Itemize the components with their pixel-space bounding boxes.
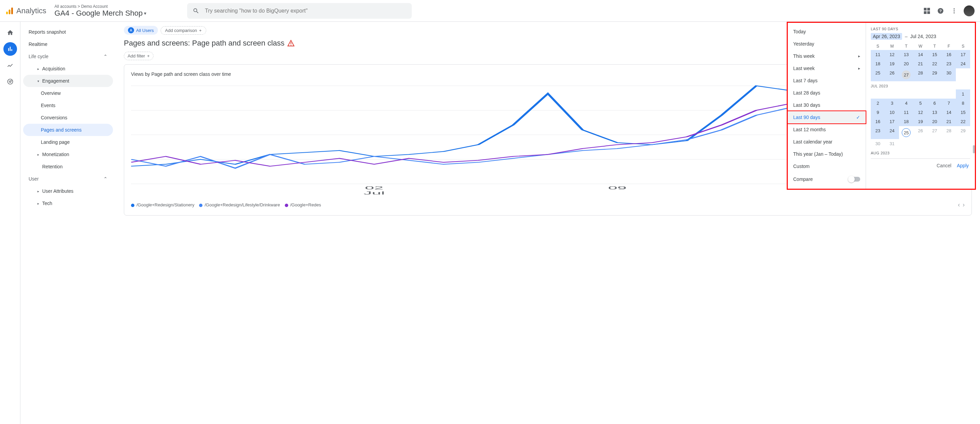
cal-day[interactable]: 28 bbox=[942, 126, 956, 139]
cal-day[interactable]: 22 bbox=[956, 117, 970, 126]
cal-day[interactable]: 18 bbox=[899, 117, 913, 126]
range-end[interactable]: Jul 24, 2023 bbox=[910, 34, 936, 39]
sidebar-retention[interactable]: ▸Retention bbox=[23, 160, 113, 173]
cal-day[interactable]: 22 bbox=[928, 59, 942, 68]
range-start[interactable]: Apr 26, 2023 bbox=[871, 33, 902, 40]
cal-day[interactable]: 24 bbox=[956, 59, 970, 68]
preset-last-cal-year[interactable]: Last calendar year bbox=[788, 136, 865, 148]
preset-today[interactable]: Today bbox=[788, 25, 865, 38]
cal-day[interactable]: 12 bbox=[885, 50, 899, 59]
cal-day[interactable]: 3 bbox=[885, 98, 899, 108]
cal-day[interactable]: 30 bbox=[942, 68, 956, 81]
cal-day[interactable]: 21 bbox=[913, 59, 928, 68]
apply-button[interactable]: Apply bbox=[957, 163, 969, 168]
cal-day[interactable]: 15 bbox=[956, 108, 970, 117]
cal-day[interactable]: 11 bbox=[871, 50, 885, 59]
search-input[interactable] bbox=[205, 8, 406, 14]
cal-day[interactable]: 31 bbox=[885, 139, 899, 148]
cal-day[interactable]: 14 bbox=[942, 108, 956, 117]
rail-advertising[interactable] bbox=[3, 75, 17, 88]
sidebar-user-attrs[interactable]: ▸User Attributes bbox=[23, 185, 113, 197]
more-icon[interactable] bbox=[950, 7, 958, 15]
rail-home[interactable] bbox=[3, 26, 17, 40]
logo[interactable]: Analytics bbox=[5, 6, 46, 15]
chip-add-comparison[interactable]: Add comparison+ bbox=[161, 26, 206, 35]
cal-day[interactable]: 27 bbox=[899, 68, 913, 81]
preset-last-12m[interactable]: Last 12 months bbox=[788, 124, 865, 136]
chip-all-users[interactable]: AAll Users bbox=[124, 26, 158, 35]
avatar[interactable] bbox=[964, 5, 975, 16]
cal-day[interactable]: 19 bbox=[885, 59, 899, 68]
cal-day[interactable]: 15 bbox=[928, 50, 942, 59]
cal-day[interactable]: 26 bbox=[913, 126, 928, 139]
cal-day[interactable]: 17 bbox=[885, 117, 899, 126]
cal-day[interactable]: 8 bbox=[956, 98, 970, 108]
cal-day[interactable]: 4 bbox=[899, 98, 913, 108]
cal-day[interactable]: 27 bbox=[928, 126, 942, 139]
cal-day[interactable]: 20 bbox=[899, 59, 913, 68]
cal-day[interactable]: 30 bbox=[871, 139, 885, 148]
sidebar-user[interactable]: User⌃ bbox=[23, 173, 113, 185]
rail-explore[interactable] bbox=[3, 59, 17, 72]
add-filter-button[interactable]: Add filter+ bbox=[124, 52, 153, 60]
cal-day[interactable]: 5 bbox=[913, 98, 928, 108]
sidebar-reports-snapshot[interactable]: Reports snapshot bbox=[23, 26, 113, 38]
scrollbar-thumb[interactable] bbox=[973, 145, 975, 153]
cal-day-today[interactable]: 25 bbox=[899, 126, 913, 139]
preset-last-28[interactable]: Last 28 days bbox=[788, 87, 865, 99]
cal-day[interactable]: 21 bbox=[942, 117, 956, 126]
sidebar-monetization[interactable]: ▸Monetization bbox=[23, 148, 113, 160]
account-selector[interactable]: All accounts > Demo Account GA4 - Google… bbox=[54, 4, 146, 17]
sidebar-events[interactable]: Events bbox=[23, 99, 113, 111]
cal-day[interactable]: 14 bbox=[913, 50, 928, 59]
sidebar-conversions[interactable]: Conversions bbox=[23, 111, 113, 124]
cal-day[interactable]: 13 bbox=[899, 50, 913, 59]
cal-day[interactable]: 25 bbox=[871, 68, 885, 81]
cal-day[interactable]: 9 bbox=[871, 108, 885, 117]
cal-day[interactable]: 16 bbox=[871, 117, 885, 126]
legend-next[interactable]: › bbox=[963, 201, 965, 208]
cal-day[interactable]: 26 bbox=[885, 68, 899, 81]
cal-day[interactable]: 24 bbox=[885, 126, 899, 139]
sidebar-acquisition[interactable]: ▸Acquisition bbox=[23, 63, 113, 75]
cal-day[interactable]: 12 bbox=[913, 108, 928, 117]
cal-day[interactable]: 29 bbox=[928, 68, 942, 81]
cal-day[interactable]: 2 bbox=[871, 98, 885, 108]
sidebar-lifecycle[interactable]: Life cycle⌃ bbox=[23, 50, 113, 63]
cancel-button[interactable]: Cancel bbox=[937, 163, 951, 168]
legend-item[interactable]: /Google+Redes bbox=[285, 202, 321, 207]
cal-day[interactable]: 28 bbox=[913, 68, 928, 81]
cal-day[interactable]: 6 bbox=[928, 98, 942, 108]
compare-toggle[interactable] bbox=[848, 177, 860, 181]
cal-day[interactable]: 13 bbox=[928, 108, 942, 117]
preset-last-90[interactable]: Last 90 days✓ bbox=[787, 111, 866, 124]
cal-day[interactable]: 17 bbox=[956, 50, 970, 59]
sidebar-pages-screens[interactable]: Pages and screens bbox=[23, 124, 113, 136]
search-box[interactable] bbox=[187, 3, 412, 19]
sidebar-overview[interactable]: Overview bbox=[23, 87, 113, 99]
cal-day[interactable]: 23 bbox=[942, 59, 956, 68]
sidebar-landing[interactable]: Landing page bbox=[23, 136, 113, 148]
cal-day[interactable]: 29 bbox=[956, 126, 970, 139]
help-icon[interactable]: ? bbox=[937, 7, 945, 15]
sidebar-tech[interactable]: ▸Tech bbox=[23, 197, 113, 210]
preset-this-year[interactable]: This year (Jan – Today) bbox=[788, 148, 865, 160]
cal-day[interactable]: 10 bbox=[885, 108, 899, 117]
legend-item[interactable]: /Google+Redesign/Stationery bbox=[131, 202, 194, 207]
preset-custom[interactable]: Custom bbox=[788, 160, 865, 172]
preset-this-week[interactable]: This week▸ bbox=[788, 50, 865, 62]
apps-icon[interactable] bbox=[923, 7, 931, 15]
cal-day[interactable]: 7 bbox=[942, 98, 956, 108]
cal-day[interactable]: 20 bbox=[928, 117, 942, 126]
warning-icon[interactable] bbox=[287, 40, 295, 47]
calendar-body[interactable]: 11121314151617 18192021222324 2526272829… bbox=[871, 50, 970, 156]
preset-last-30[interactable]: Last 30 days bbox=[788, 99, 865, 111]
cal-day[interactable]: 18 bbox=[871, 59, 885, 68]
cal-day[interactable]: 23 bbox=[871, 126, 885, 139]
legend-prev[interactable]: ‹ bbox=[958, 201, 960, 208]
preset-last-week[interactable]: Last week▸ bbox=[788, 62, 865, 75]
cal-day[interactable]: 16 bbox=[942, 50, 956, 59]
cal-day[interactable]: 19 bbox=[913, 117, 928, 126]
legend-item[interactable]: /Google+Redesign/Lifestyle/Drinkware bbox=[199, 202, 280, 207]
sidebar-engagement[interactable]: ▾Engagement bbox=[23, 75, 113, 87]
